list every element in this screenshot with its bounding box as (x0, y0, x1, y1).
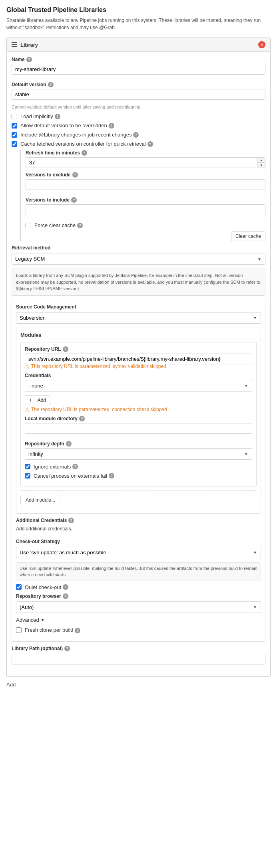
connection-warning-icon: ⚠ (25, 407, 30, 413)
connection-warning: ⚠ The repository URL is parameterized, c… (25, 407, 252, 413)
number-spinners: ▲ ▼ (257, 158, 265, 168)
library-header-label: Library (20, 42, 38, 48)
quiet-checkout-row: Quiet check-out ? (16, 584, 261, 590)
repo-url-group: Repository URL ? ⚠ This repository URL i… (25, 346, 252, 370)
name-group: Name ? (12, 57, 265, 79)
library-path-help-icon[interactable]: ? (64, 646, 70, 651)
fresh-clone-row: Fresh clone per build ? (16, 627, 261, 633)
load-implicitly-help-icon[interactable]: ? (55, 114, 60, 119)
repo-depth-group: Repository depth ? infinity ▼ (25, 441, 252, 460)
fresh-clone-checkbox[interactable] (16, 627, 22, 633)
cache-versions-label: Cache fetched versions on controller for… (20, 141, 153, 147)
repo-depth-select[interactable]: infinity (25, 448, 252, 460)
repo-browser-wrapper: (Auto) ▼ (16, 601, 261, 613)
additional-credentials-help-icon[interactable]: ? (68, 518, 74, 523)
repo-browser-group: Repository browser ? (Auto) ▼ (16, 593, 261, 613)
repo-depth-help-icon[interactable]: ? (66, 441, 72, 447)
clear-cache-row: Clear cache (26, 231, 265, 241)
versions-exclude-label: Versions to exclude ? (26, 172, 265, 178)
repo-browser-help-icon[interactable]: ? (63, 593, 68, 599)
add-additional-credentials-link[interactable]: Add additional credentials... (16, 526, 75, 532)
versions-exclude-input[interactable] (26, 179, 265, 190)
local-module-dir-input[interactable] (25, 423, 252, 434)
ignore-externals-help-icon[interactable]: ? (72, 464, 78, 469)
library-header-left: Library (12, 42, 38, 48)
page-description: Sharable libraries available to any Pipe… (6, 17, 271, 31)
hamburger-icon[interactable] (12, 42, 17, 47)
name-help-icon[interactable]: ? (26, 57, 32, 62)
refresh-time-label: Refresh time in minutes ? (26, 150, 265, 156)
library-path-input[interactable] (12, 654, 265, 664)
default-version-help-icon[interactable]: ? (48, 82, 54, 87)
default-version-group: Default version ? (12, 82, 265, 104)
checkout-strategy-wrapper: Use 'svn update' as much as possible ▼ (16, 547, 261, 558)
repo-url-warning-icon: ⚠ (25, 364, 30, 370)
close-button[interactable]: ✕ (258, 41, 265, 48)
local-module-dir-help-icon[interactable]: ? (79, 416, 85, 421)
versions-include-input[interactable] (26, 204, 265, 215)
load-implicitly-row: Load implicitly ? (12, 113, 265, 119)
versions-include-help-icon[interactable]: ? (71, 197, 77, 203)
quiet-checkout-checkbox[interactable] (16, 584, 22, 590)
name-input[interactable] (12, 64, 265, 75)
force-clear-cache-help-icon[interactable]: ? (77, 223, 83, 228)
repo-url-label: Repository URL ? (25, 346, 252, 352)
load-implicitly-checkbox[interactable] (12, 114, 17, 119)
retrieval-method-label: Retrieval method (12, 245, 265, 251)
repo-url-input[interactable] (25, 354, 252, 364)
ignore-externals-checkbox[interactable] (25, 464, 30, 469)
local-module-dir-group: Local module directory ? (25, 416, 252, 438)
page-title: Global Trusted Pipeline Libraries (6, 6, 271, 14)
fresh-clone-help-icon[interactable]: ? (75, 628, 80, 633)
additional-credentials-group: Additional Credentials ? Add additional … (16, 518, 261, 536)
retrieval-method-select[interactable]: Legacy SCM (12, 253, 265, 265)
scm-select-wrapper: Subversion ▼ (16, 312, 261, 324)
repo-browser-label: Repository browser ? (16, 593, 261, 599)
cancel-externals-checkbox[interactable] (25, 473, 30, 478)
modules-label: Modules (20, 332, 257, 338)
library-path-group: Library Path (optional) ? (12, 646, 265, 668)
add-credentials-icon: + (29, 397, 32, 403)
cache-versions-help-icon[interactable]: ? (147, 141, 153, 147)
retrieval-method-group: Retrieval method Legacy SCM ▼ (12, 245, 265, 265)
cache-versions-checkbox[interactable] (12, 141, 17, 147)
repo-url-help-icon[interactable]: ? (63, 346, 68, 352)
allow-override-help-icon[interactable]: ? (109, 123, 114, 129)
fresh-clone-label: Fresh clone per build ? (25, 627, 80, 633)
add-bottom-button[interactable]: Add (6, 682, 271, 688)
cancel-externals-help-icon[interactable]: ? (109, 473, 114, 478)
credentials-group: Credentials - none - ▼ + + Add (25, 373, 252, 413)
checkout-strategy-select[interactable]: Use 'svn update' as much as possible (16, 547, 261, 558)
include-changes-help-icon[interactable]: ? (133, 132, 139, 138)
ignore-externals-row: Ignore externals ? (25, 464, 252, 470)
clear-cache-button[interactable]: Clear cache (231, 231, 265, 241)
advanced-toggle-arrow: ▼ (41, 618, 45, 622)
refresh-time-help-icon[interactable]: ? (82, 150, 87, 156)
quiet-checkout-label: Quiet check-out ? (25, 584, 68, 590)
credentials-select[interactable]: - none - (25, 380, 252, 391)
versions-exclude-help-icon[interactable]: ? (72, 172, 78, 178)
library-body: Name ? Default version ? Cannot validate… (7, 52, 270, 676)
repo-browser-select[interactable]: (Auto) (16, 601, 261, 613)
retrieval-info-box: Loads a library from any SCM plugin supp… (12, 269, 265, 296)
credentials-label: Credentials (25, 373, 252, 378)
scm-select[interactable]: Subversion (16, 312, 261, 324)
default-version-input[interactable] (12, 89, 265, 100)
allow-override-checkbox[interactable] (12, 123, 17, 129)
repo-depth-wrapper: infinity ▼ (25, 448, 252, 460)
refresh-time-input[interactable] (26, 157, 265, 168)
versions-include-label: Versions to include ? (26, 197, 265, 203)
scm-inner: Source Code Management Subversion ▼ Modu… (12, 300, 265, 641)
quiet-checkout-help-icon[interactable]: ? (63, 584, 68, 590)
include-changes-checkbox[interactable] (12, 132, 17, 138)
checkout-strategy-group: Check-out Strategy Use 'svn update' as m… (16, 539, 261, 590)
add-module-button[interactable]: Add module... (20, 495, 60, 505)
spinner-down[interactable]: ▼ (257, 163, 265, 168)
add-credentials-button[interactable]: + + Add (25, 395, 50, 405)
modules-section: Modules Repository URL ? ⚠ This reposi (16, 328, 261, 514)
ignore-externals-label: Ignore externals ? (34, 464, 78, 470)
cancel-externals-label: Cancel process on externals fail ? (34, 473, 114, 479)
advanced-toggle[interactable]: Advanced ▼ (16, 617, 261, 623)
spinner-up[interactable]: ▲ (257, 158, 265, 163)
force-clear-cache-checkbox[interactable] (26, 223, 31, 228)
